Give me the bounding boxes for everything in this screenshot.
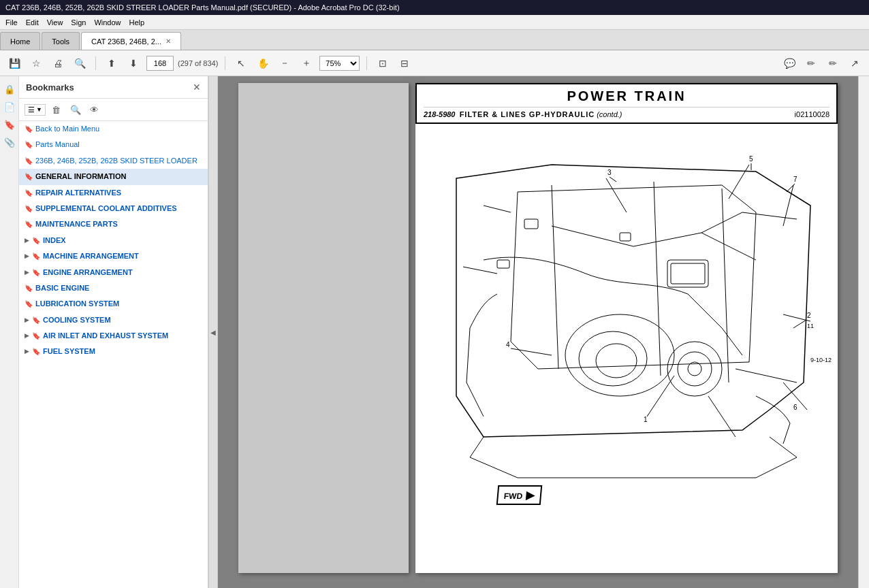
svg-line-8	[606, 178, 627, 212]
bookmark-fuel[interactable]: ▶ 🔖 FUEL SYSTEM	[19, 344, 208, 359]
expand-bookmark-button[interactable]: 👁	[86, 101, 103, 118]
pencil-button[interactable]: ✏	[802, 54, 820, 72]
part-note: (contd.)	[597, 110, 622, 118]
prev-page-button[interactable]: ⬆	[103, 54, 121, 72]
comment-button[interactable]: 💬	[780, 54, 798, 72]
bookmark-button[interactable]: ☆	[27, 54, 45, 72]
menu-edit[interactable]: Edit	[26, 18, 39, 27]
share-button[interactable]: ↗	[846, 54, 864, 72]
svg-text:3: 3	[607, 169, 612, 176]
paperclip-icon-btn[interactable]: 📎	[2, 135, 17, 150]
svg-point-2	[596, 344, 637, 378]
print-button[interactable]: 🖨	[49, 54, 67, 72]
menu-file[interactable]: File	[5, 18, 18, 27]
sidebar-toolbar: ☰ ▼ 🗑 🔍 👁	[19, 99, 208, 121]
bookmark-flag-icon-9: 🔖	[32, 252, 40, 260]
section-title: POWER TRAIN	[567, 88, 686, 104]
bookmark-maintenance[interactable]: 🔖 MAINTENANCE PARTS	[19, 216, 208, 232]
title-bar: CAT 236B, 246B, 252B, 262B SKID STREER L…	[0, 0, 869, 15]
bookmark-label-fuel: FUEL SYSTEM	[43, 346, 95, 357]
search-button[interactable]: 🔍	[71, 54, 89, 72]
document-area[interactable]: POWER TRAIN 218-5980 FILTER & LINES GP-H…	[218, 76, 858, 588]
svg-line-16	[463, 267, 497, 274]
new-bookmark-dropdown[interactable]: ☰ ▼	[25, 104, 46, 116]
svg-text:9-10-12: 9-10-12	[810, 357, 832, 363]
tab-document[interactable]: CAT 236B, 246B, 2... ✕	[81, 32, 181, 50]
bookmark-back-to-main[interactable]: 🔖 Back to Main Menu	[19, 121, 208, 137]
bookmark-flag-icon-6: 🔖	[25, 205, 33, 212]
fit-width-button[interactable]: ⊟	[396, 54, 413, 72]
svg-line-34	[787, 184, 795, 192]
bookmark-machine-arr[interactable]: ▶ 🔖 MACHINE ARRANGEMENT	[19, 248, 208, 264]
tab-tools[interactable]: Tools	[42, 32, 80, 50]
hand-tool-button[interactable]: ✋	[254, 54, 272, 72]
bookmark-supplemental[interactable]: 🔖 SUPPLEMENTAL COOLANT ADDITIVES	[19, 201, 208, 216]
menu-view[interactable]: View	[47, 18, 63, 27]
next-page-button[interactable]: ⬇	[125, 54, 142, 72]
bookmark-repair-alt[interactable]: 🔖 REPAIR ALTERNATIVES	[19, 185, 208, 201]
bookmark-label-air: AIR INLET AND EXHAUST SYSTEM	[43, 331, 168, 341]
expand-index-icon[interactable]: ▶	[25, 237, 29, 244]
sidebar-title: Bookmarks	[26, 82, 74, 93]
bookmark-basic-engine[interactable]: 🔖 BASIC ENGINE	[19, 280, 208, 296]
menu-sign[interactable]: Sign	[71, 18, 86, 27]
bookmark-cooling[interactable]: ▶ 🔖 COOLING SYSTEM	[19, 312, 208, 328]
bookmark-general-info[interactable]: 🔖 GENERAL INFORMATION	[19, 169, 208, 184]
menu-help[interactable]: Help	[129, 18, 145, 27]
zoom-out-button[interactable]: －	[276, 54, 294, 72]
zoom-select[interactable]: 75% 50% 100% 125% 150%	[319, 56, 360, 71]
svg-line-17	[736, 369, 797, 382]
svg-line-9	[729, 165, 749, 199]
tab-bar: Home Tools CAT 236B, 246B, 2... ✕	[0, 30, 869, 50]
highlight-button[interactable]: ✏	[824, 54, 842, 72]
sidebar-close-button[interactable]: ✕	[193, 82, 201, 93]
bookmark-236b[interactable]: 🔖 236B, 246B, 252B, 262B SKID STEER LOAD…	[19, 153, 208, 169]
save-button[interactable]: 💾	[5, 54, 23, 72]
fit-page-button[interactable]: ⊡	[374, 54, 392, 72]
sidebar-collapse-handle[interactable]: ◀	[208, 76, 218, 588]
bookmark-air-inlet[interactable]: ▶ 🔖 AIR INLET AND EXHAUST SYSTEM	[19, 328, 208, 344]
main-area: 🔒 📄 🔖 📎 Bookmarks ✕ ☰ ▼ 🗑 🔍 👁 🔖 Back to …	[0, 76, 869, 588]
pdf-page-main: POWER TRAIN 218-5980 FILTER & LINES GP-H…	[415, 83, 838, 573]
menu-window[interactable]: Window	[94, 18, 121, 27]
tab-close-icon[interactable]: ✕	[165, 37, 171, 45]
lock-icon-btn[interactable]: 🔒	[2, 82, 17, 97]
bookmarks-sidebar: Bookmarks ✕ ☰ ▼ 🗑 🔍 👁 🔖 Back to Main Men…	[19, 76, 208, 588]
search-bookmark-button[interactable]: 🔍	[67, 101, 84, 118]
svg-text:11: 11	[807, 323, 814, 329]
pdf-page-left	[238, 83, 409, 573]
toolbar: 💾 ☆ 🖨 🔍 ⬆ ⬇ 168 (297 of 834) ↖ ✋ － ＋ 75%…	[0, 50, 869, 76]
bookmark-lubrication[interactable]: 🔖 LUBRICATION SYSTEM	[19, 296, 208, 312]
bookmark-flag-icon-3: 🔖	[25, 157, 33, 165]
bookmark-index[interactable]: ▶ 🔖 INDEX	[19, 233, 208, 248]
sidebar-header: Bookmarks ✕	[19, 76, 208, 99]
technical-diagram: 3 5 8-10 7 2 11 9-10-12 6 1 4	[415, 124, 838, 519]
cursor-tool-button[interactable]: ↖	[232, 54, 250, 72]
svg-line-35	[793, 320, 806, 328]
svg-point-0	[565, 314, 674, 396]
bookmark-label-engine: ENGINE ARRANGEMENT	[43, 267, 133, 278]
page-container: POWER TRAIN 218-5980 FILTER & LINES GP-H…	[238, 83, 838, 573]
layers-icon-btn[interactable]: 📄	[2, 99, 17, 114]
svg-line-15	[484, 206, 511, 212]
part-number: 218-5980	[424, 110, 456, 118]
expand-air-icon[interactable]: ▶	[25, 332, 29, 339]
svg-text:5: 5	[749, 155, 753, 163]
bookmark-parts-manual[interactable]: 🔖 Parts Manual	[19, 137, 208, 152]
svg-rect-21	[497, 260, 509, 268]
delete-bookmark-button[interactable]: 🗑	[48, 101, 65, 118]
bookmark-flag-icon-4: 🔖	[25, 173, 33, 180]
zoom-in-button[interactable]: ＋	[298, 54, 315, 72]
bookmark-label-236b: 236B, 246B, 252B, 262B SKID STEER LOADER	[35, 156, 198, 166]
bookmark-side-btn[interactable]: 🔖	[2, 117, 17, 132]
expand-machine-icon[interactable]: ▶	[25, 252, 29, 259]
expand-engine-icon[interactable]: ▶	[25, 269, 29, 276]
left-icon-panel: 🔒 📄 🔖 📎	[0, 76, 19, 588]
expand-cooling-icon[interactable]: ▶	[25, 316, 29, 323]
page-number-input[interactable]: 168	[146, 56, 174, 71]
bookmark-engine-arr[interactable]: ▶ 🔖 ENGINE ARRANGEMENT	[19, 265, 208, 280]
ref-code: i02110028	[795, 110, 830, 118]
expand-fuel-icon[interactable]: ▶	[25, 348, 29, 355]
tab-home[interactable]: Home	[0, 32, 40, 50]
fwd-arrow-icon: ▶	[526, 489, 535, 501]
